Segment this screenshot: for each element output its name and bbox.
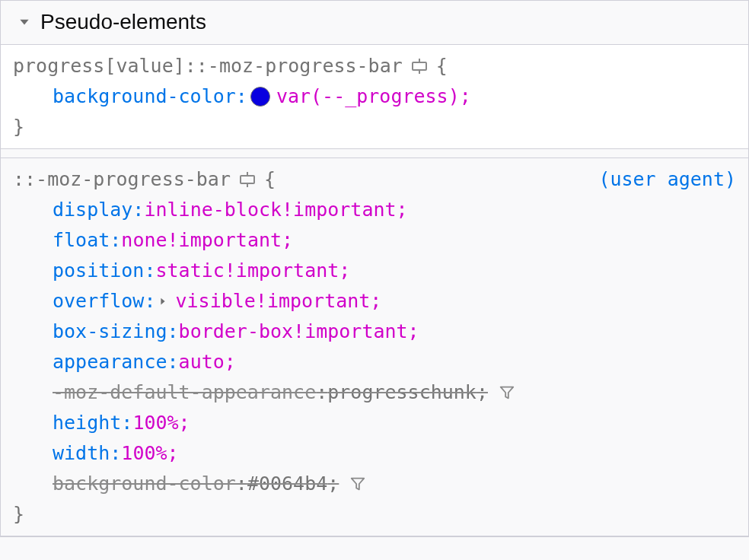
css-declaration[interactable]: box-sizing: border-box !important; — [53, 317, 736, 347]
selector[interactable]: ::-moz-progress-bar — [13, 164, 231, 195]
css-property[interactable]: background-color — [53, 469, 236, 499]
css-value[interactable]: none — [121, 225, 167, 256]
colon: : — [144, 256, 155, 286]
colon: : — [144, 286, 155, 317]
svg-rect-0 — [413, 62, 426, 70]
colon: : — [236, 469, 247, 499]
twisty-down-icon — [18, 15, 31, 29]
highlight-selector-icon[interactable] — [238, 170, 257, 189]
selector-line: ::-moz-progress-bar { (user agent) — [13, 164, 736, 195]
colon: : — [236, 81, 247, 112]
css-property[interactable]: float — [53, 225, 110, 256]
css-declaration[interactable]: -moz-default-appearance: progresschunk; — [53, 377, 736, 408]
expand-shorthand-icon[interactable] — [155, 296, 171, 307]
close-brace: } — [13, 499, 736, 530]
css-declaration[interactable]: float: none !important; — [53, 225, 736, 256]
semicolon: ; — [327, 469, 339, 499]
important-flag: !important — [282, 195, 397, 225]
filter-overridden-icon[interactable] — [499, 384, 515, 401]
open-brace: { — [436, 51, 448, 81]
semicolon: ; — [179, 408, 190, 438]
css-declaration[interactable]: position: static !important; — [53, 256, 736, 286]
semicolon: ; — [167, 438, 179, 469]
semicolon: ; — [225, 347, 236, 377]
semicolon: ; — [370, 286, 381, 317]
section-header-pseudo-elements[interactable]: Pseudo-elements — [1, 1, 748, 45]
css-value[interactable]: 100% — [132, 408, 178, 438]
css-property[interactable]: box-sizing — [53, 317, 167, 347]
semicolon: ; — [460, 81, 471, 112]
close-brace: } — [13, 112, 736, 142]
filter-overridden-icon[interactable] — [349, 476, 366, 492]
svg-rect-3 — [241, 176, 254, 183]
important-flag: !important — [167, 225, 282, 256]
important-flag: !important — [225, 256, 339, 286]
css-value[interactable]: visible — [175, 286, 255, 317]
css-property[interactable]: position — [53, 256, 144, 286]
css-property[interactable]: width — [53, 438, 110, 469]
colon: : — [110, 225, 121, 256]
selector[interactable]: progress[value]::-moz-progress-bar — [13, 51, 403, 81]
open-brace: { — [264, 164, 276, 195]
important-flag: !important — [293, 317, 408, 347]
colon: : — [167, 347, 179, 377]
css-property[interactable]: height — [53, 408, 121, 438]
selector-line: progress[value]::-moz-progress-bar { — [13, 51, 736, 81]
css-value[interactable]: var(--_progress) — [276, 81, 460, 112]
css-value[interactable]: auto — [179, 347, 225, 377]
semicolon: ; — [282, 225, 293, 256]
css-value[interactable]: static — [155, 256, 224, 286]
section-title: Pseudo-elements — [40, 5, 206, 40]
colon: : — [121, 408, 132, 438]
css-value[interactable]: border-box — [179, 317, 294, 347]
styles-panel: Pseudo-elements progress[value]::-moz-pr… — [0, 0, 749, 537]
rule-separator — [1, 149, 748, 158]
important-flag: !important — [256, 286, 371, 317]
highlight-selector-icon[interactable] — [410, 57, 429, 75]
css-declaration[interactable]: background-color: #0064b4; — [53, 469, 736, 499]
css-rule: ::-moz-progress-bar { (user agent) displ… — [1, 158, 748, 536]
css-property[interactable]: display — [53, 195, 132, 225]
css-declaration[interactable]: display: inline-block !important; — [53, 195, 736, 225]
css-value[interactable]: 100% — [121, 438, 167, 469]
css-declaration[interactable]: height: 100%; — [53, 408, 736, 438]
css-property[interactable]: appearance — [53, 347, 167, 377]
css-declaration[interactable]: overflow: visible !important; — [53, 286, 736, 317]
colon: : — [167, 317, 179, 347]
css-value[interactable]: #0064b4 — [247, 469, 327, 499]
colon: : — [132, 195, 144, 225]
semicolon: ; — [476, 377, 488, 408]
css-declaration[interactable]: appearance: auto; — [53, 347, 736, 377]
semicolon: ; — [408, 317, 419, 347]
css-value[interactable]: progresschunk — [327, 377, 476, 408]
css-property[interactable]: -moz-default-appearance — [53, 377, 316, 408]
semicolon: ; — [339, 256, 350, 286]
color-swatch-icon[interactable] — [250, 87, 270, 107]
css-value[interactable]: inline-block — [144, 195, 282, 225]
css-declaration[interactable]: background-color: var(--_progress); — [53, 81, 736, 112]
css-property[interactable]: overflow — [53, 286, 144, 317]
css-property[interactable]: background-color — [53, 81, 236, 112]
semicolon: ; — [397, 195, 408, 225]
colon: : — [316, 377, 327, 408]
css-rule: progress[value]::-moz-progress-bar { bac… — [1, 45, 748, 149]
css-declaration[interactable]: width: 100%; — [53, 438, 736, 469]
colon: : — [110, 438, 121, 469]
stylesheet-source-link[interactable]: (user agent) — [598, 164, 736, 195]
